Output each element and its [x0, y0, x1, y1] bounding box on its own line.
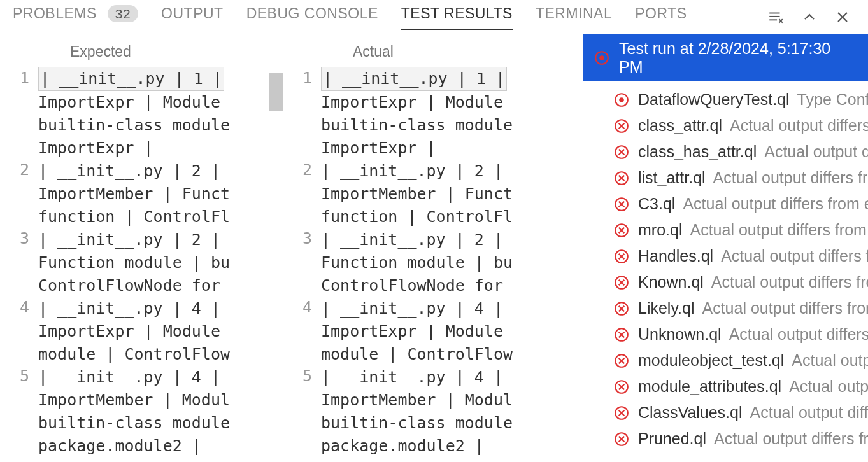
- code-line: ImportExpr | Module: [38, 91, 283, 114]
- line-number: [0, 410, 29, 433]
- code-line: ImportExpr |: [38, 137, 283, 160]
- tab-output[interactable]: OUTPUT: [161, 5, 224, 29]
- svg-point-10: [620, 98, 623, 101]
- test-item[interactable]: Known.qlActual output differs fro: [613, 269, 868, 295]
- line-number: [0, 90, 29, 113]
- expected-pane: Expected 12345 | __init__.py | 1 |Import…: [0, 34, 283, 462]
- test-item[interactable]: moduleobject_test.qlActual outpu: [613, 347, 868, 374]
- test-item[interactable]: module_attributes.qlActual outpu: [613, 374, 868, 400]
- scrollbar-thumb[interactable]: [269, 73, 283, 111]
- test-name: ClassValues.ql: [638, 403, 743, 422]
- test-item[interactable]: list_attr.qlActual output differs fro: [613, 165, 868, 191]
- tab-ports[interactable]: PORTS: [635, 5, 687, 29]
- test-list: DataflowQueryTest.qlType Configclass_att…: [583, 81, 868, 452]
- panel-tabs: PROBLEMS 32 OUTPUT DEBUG CONSOLE TEST RE…: [0, 0, 868, 34]
- line-number: [283, 273, 312, 296]
- test-item[interactable]: DataflowQueryTest.qlType Config: [613, 87, 868, 113]
- line-number: [0, 388, 29, 410]
- code-line: ImportMember | Modul: [321, 389, 566, 412]
- line-number: [0, 319, 29, 342]
- test-results-pane: Test run at 2/28/2024, 5:17:30 PM Datafl…: [583, 34, 868, 462]
- tab-terminal[interactable]: TERMINAL: [536, 5, 612, 29]
- line-number: 5: [283, 365, 312, 388]
- line-number: 1: [283, 67, 312, 90]
- test-message: Actual output differs fr: [721, 247, 868, 265]
- line-number: [283, 319, 312, 342]
- line-number: [283, 342, 312, 365]
- tab-test-results[interactable]: TEST RESULTS: [401, 5, 513, 29]
- code-line: | __init__.py | 4 |: [321, 366, 566, 389]
- line-number: [283, 410, 312, 433]
- test-name: class_has_attr.ql: [638, 143, 757, 161]
- test-message: Type Config: [797, 90, 868, 109]
- clear-all-icon[interactable]: [767, 9, 784, 25]
- fail-icon: [613, 248, 630, 265]
- fail-icon: [613, 430, 630, 448]
- fail-icon: [613, 143, 630, 161]
- line-number: 1: [0, 67, 29, 90]
- tab-debug-console[interactable]: DEBUG CONSOLE: [246, 5, 378, 29]
- test-run-header[interactable]: Test run at 2/28/2024, 5:17:30 PM: [583, 34, 868, 81]
- line-number: [0, 433, 29, 456]
- svg-point-8: [600, 56, 603, 59]
- tab-problems-label: PROBLEMS: [13, 5, 97, 22]
- actual-header: Actual: [283, 34, 566, 67]
- test-message: Actual outpu: [789, 377, 868, 396]
- line-number: [283, 250, 312, 273]
- expected-code[interactable]: | __init__.py | 1 |ImportExpr | Modulebu…: [38, 67, 283, 462]
- code-line: | __init__.py | 1 |: [321, 67, 566, 91]
- code-line: | __init__.py | 4 |: [38, 366, 283, 389]
- line-number: [283, 433, 312, 456]
- test-name: Likely.ql: [638, 299, 694, 318]
- test-message: Actual outpu: [792, 351, 868, 370]
- test-item[interactable]: mro.qlActual output differs from: [613, 217, 868, 243]
- test-name: Unknown.ql: [638, 325, 722, 344]
- actual-code[interactable]: | __init__.py | 1 |ImportExpr | Modulebu…: [321, 67, 566, 462]
- test-message: Actual output differs: [729, 325, 868, 344]
- code-line: | __init__.py | 2 |: [321, 160, 566, 183]
- test-name: Known.ql: [638, 273, 704, 291]
- code-line: ControlFlowNode for: [321, 274, 566, 297]
- fail-icon: [613, 352, 630, 370]
- test-item[interactable]: C3.qlActual output differs from e: [613, 191, 868, 217]
- test-item[interactable]: Likely.qlActual output differs fron: [613, 295, 868, 321]
- test-item[interactable]: Unknown.qlActual output differs: [613, 321, 868, 347]
- fail-icon: [613, 274, 630, 291]
- test-item[interactable]: Pruned.qlActual output differs fro: [613, 426, 868, 452]
- line-number: 4: [0, 296, 29, 319]
- chevron-up-icon[interactable]: [802, 10, 817, 25]
- line-number: 3: [0, 227, 29, 250]
- close-icon[interactable]: [835, 10, 850, 25]
- test-item[interactable]: class_attr.qlActual output differs: [613, 113, 868, 139]
- code-line: ImportExpr | Module: [321, 91, 566, 114]
- line-number: 2: [0, 158, 29, 181]
- line-number: [283, 90, 312, 113]
- code-line: function | ControlFl: [321, 206, 566, 228]
- test-name: list_attr.ql: [638, 169, 706, 187]
- code-line: package.module2 |: [321, 435, 566, 458]
- test-message: Actual output differs fro: [713, 169, 868, 187]
- test-item[interactable]: ClassValues.qlActual output diffe: [613, 400, 868, 426]
- code-line: function | ControlFl: [38, 206, 283, 228]
- test-item[interactable]: class_has_attr.qlActual output dif: [613, 139, 868, 165]
- test-name: moduleobject_test.ql: [638, 351, 784, 370]
- line-number: [0, 250, 29, 273]
- code-line: ImportExpr |: [321, 137, 566, 160]
- code-line: ControlFlowNode for: [38, 274, 283, 297]
- code-line: package.module2 |: [38, 435, 283, 458]
- line-number: 5: [0, 365, 29, 388]
- line-number: [0, 273, 29, 296]
- code-line: | __init__.py | 4 |: [321, 297, 566, 320]
- test-run-title: Test run at 2/28/2024, 5:17:30 PM: [619, 39, 858, 76]
- line-number: 3: [283, 227, 312, 250]
- test-item[interactable]: Handles.qlActual output differs fr: [613, 243, 868, 269]
- fail-icon: [613, 169, 630, 187]
- problems-count-badge: 32: [108, 5, 138, 22]
- test-name: Handles.ql: [638, 247, 713, 265]
- code-line: ImportExpr | Module: [321, 320, 566, 343]
- tab-problems[interactable]: PROBLEMS 32: [13, 5, 138, 29]
- code-line: builtin-class module: [321, 412, 566, 435]
- fail-icon: [613, 404, 630, 422]
- error-icon: [613, 91, 630, 109]
- fail-icon: [613, 195, 630, 213]
